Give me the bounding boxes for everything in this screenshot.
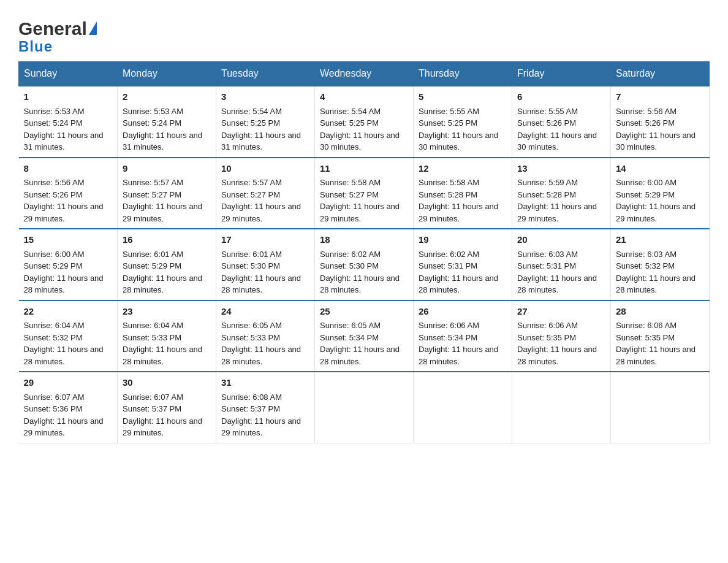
sunrise-label: Sunrise: 6:02 AM [320,250,381,259]
sunrise-label: Sunrise: 5:57 AM [221,178,282,187]
day-number: 9 [123,162,211,176]
sunrise-label: Sunrise: 6:05 AM [221,321,282,330]
day-number: 24 [221,305,309,319]
day-number: 31 [221,376,309,390]
sunrise-label: Sunrise: 5:59 AM [517,178,578,187]
daylight-label: Daylight: 11 hours and 30 minutes. [616,131,696,152]
daylight-label: Daylight: 11 hours and 29 minutes. [24,202,104,223]
day-number: 28 [616,305,704,319]
calendar-week-row: 15Sunrise: 6:00 AMSunset: 5:29 PMDayligh… [19,229,710,301]
sunset-label: Sunset: 5:25 PM [320,118,379,128]
sunset-label: Sunset: 5:26 PM [517,118,576,128]
sunset-label: Sunset: 5:25 PM [221,118,280,128]
calendar-cell: 25Sunrise: 6:05 AMSunset: 5:34 PMDayligh… [315,301,414,372]
calendar-cell [611,372,710,443]
daylight-label: Daylight: 11 hours and 29 minutes. [419,202,498,223]
daylight-label: Daylight: 11 hours and 30 minutes. [320,131,400,152]
calendar-cell: 12Sunrise: 5:58 AMSunset: 5:28 PMDayligh… [414,158,512,229]
sunrise-label: Sunrise: 5:58 AM [419,178,479,187]
calendar-cell: 18Sunrise: 6:02 AMSunset: 5:30 PMDayligh… [315,229,414,301]
day-number: 6 [517,90,605,104]
calendar-cell: 27Sunrise: 6:06 AMSunset: 5:35 PMDayligh… [512,301,611,372]
daylight-label: Daylight: 11 hours and 28 minutes. [24,274,104,295]
calendar-cell: 17Sunrise: 6:01 AMSunset: 5:30 PMDayligh… [216,229,315,301]
day-number: 14 [616,162,704,176]
sunrise-label: Sunrise: 6:05 AM [320,321,381,330]
logo-blue-text: Blue [18,38,53,55]
sunrise-label: Sunrise: 6:04 AM [24,321,85,330]
sunset-label: Sunset: 5:24 PM [24,118,83,128]
header-sunday: Sunday [19,62,118,86]
sunset-label: Sunset: 5:33 PM [123,333,181,342]
logo: General Blue [18,18,97,55]
day-number: 5 [419,90,507,104]
calendar-cell: 8Sunrise: 5:56 AMSunset: 5:26 PMDaylight… [19,158,118,229]
daylight-label: Daylight: 11 hours and 28 minutes. [419,345,498,366]
header-wednesday: Wednesday [315,62,414,86]
sunrise-label: Sunrise: 5:55 AM [419,107,479,116]
sunrise-label: Sunrise: 6:06 AM [419,321,479,330]
header-saturday: Saturday [611,62,710,86]
calendar-cell: 23Sunrise: 6:04 AMSunset: 5:33 PMDayligh… [118,301,216,372]
sunset-label: Sunset: 5:32 PM [616,261,675,270]
daylight-label: Daylight: 11 hours and 29 minutes. [123,202,202,223]
calendar-cell [315,372,414,443]
calendar-cell: 6Sunrise: 5:55 AMSunset: 5:26 PMDaylight… [512,86,611,158]
sunset-label: Sunset: 5:26 PM [24,190,83,199]
sunrise-label: Sunrise: 6:03 AM [616,250,677,259]
sunset-label: Sunset: 5:25 PM [419,118,477,128]
sunset-label: Sunset: 5:34 PM [320,333,379,342]
header-monday: Monday [118,62,216,86]
day-number: 3 [221,90,309,104]
daylight-label: Daylight: 11 hours and 28 minutes. [616,274,696,295]
sunrise-label: Sunrise: 5:56 AM [24,178,85,187]
calendar-cell: 14Sunrise: 6:00 AMSunset: 5:29 PMDayligh… [611,158,710,229]
sunrise-label: Sunrise: 5:56 AM [616,107,677,116]
day-number: 12 [419,162,507,176]
daylight-label: Daylight: 11 hours and 29 minutes. [616,202,696,223]
header-friday: Friday [512,62,611,86]
day-number: 25 [320,305,408,319]
day-number: 26 [419,305,507,319]
calendar-cell: 11Sunrise: 5:58 AMSunset: 5:27 PMDayligh… [315,158,414,229]
day-number: 22 [24,305,113,319]
sunset-label: Sunset: 5:35 PM [616,333,675,342]
day-number: 20 [517,233,605,247]
sunset-label: Sunset: 5:28 PM [517,190,576,199]
daylight-label: Daylight: 11 hours and 28 minutes. [320,274,400,295]
calendar-week-row: 1Sunrise: 5:53 AMSunset: 5:24 PMDaylight… [19,86,710,158]
daylight-label: Daylight: 11 hours and 29 minutes. [221,202,301,223]
sunrise-label: Sunrise: 6:02 AM [419,250,479,259]
calendar-week-row: 8Sunrise: 5:56 AMSunset: 5:26 PMDaylight… [19,158,710,229]
calendar-cell: 7Sunrise: 5:56 AMSunset: 5:26 PMDaylight… [611,86,710,158]
calendar-cell: 3Sunrise: 5:54 AMSunset: 5:25 PMDaylight… [216,86,315,158]
daylight-label: Daylight: 11 hours and 28 minutes. [123,345,202,366]
sunrise-label: Sunrise: 5:53 AM [24,107,85,116]
calendar-cell [512,372,611,443]
daylight-label: Daylight: 11 hours and 28 minutes. [517,274,597,295]
daylight-label: Daylight: 11 hours and 31 minutes. [123,131,202,152]
sunrise-label: Sunrise: 6:07 AM [123,393,183,402]
calendar-cell: 5Sunrise: 5:55 AMSunset: 5:25 PMDaylight… [414,86,512,158]
logo-triangle-icon [89,21,97,35]
day-number: 4 [320,90,408,104]
day-number: 13 [517,162,605,176]
sunset-label: Sunset: 5:27 PM [221,190,280,199]
calendar-cell: 21Sunrise: 6:03 AMSunset: 5:32 PMDayligh… [611,229,710,301]
calendar-week-row: 22Sunrise: 6:04 AMSunset: 5:32 PMDayligh… [19,301,710,372]
sunset-label: Sunset: 5:31 PM [419,261,477,270]
logo-general-text: General [18,18,87,39]
sunrise-label: Sunrise: 5:55 AM [517,107,578,116]
sunrise-label: Sunrise: 5:58 AM [320,178,381,187]
daylight-label: Daylight: 11 hours and 30 minutes. [517,131,597,152]
sunset-label: Sunset: 5:28 PM [419,190,477,199]
sunrise-label: Sunrise: 5:57 AM [123,178,183,187]
calendar-week-row: 29Sunrise: 6:07 AMSunset: 5:36 PMDayligh… [19,372,710,443]
sunset-label: Sunset: 5:27 PM [123,190,181,199]
sunrise-label: Sunrise: 5:54 AM [221,107,282,116]
calendar-cell: 30Sunrise: 6:07 AMSunset: 5:37 PMDayligh… [118,372,216,443]
calendar-cell: 22Sunrise: 6:04 AMSunset: 5:32 PMDayligh… [19,301,118,372]
sunset-label: Sunset: 5:30 PM [320,261,379,270]
sunset-label: Sunset: 5:29 PM [123,261,181,270]
calendar-cell: 15Sunrise: 6:00 AMSunset: 5:29 PMDayligh… [19,229,118,301]
